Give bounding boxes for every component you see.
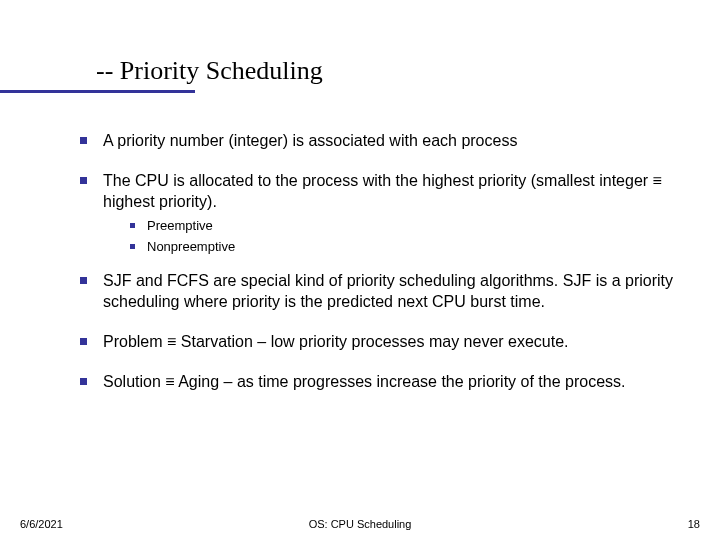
bullet-icon <box>130 223 135 228</box>
footer-title: OS: CPU Scheduling <box>0 518 720 530</box>
sub-bullet-group: Preemptive Nonpreemptive <box>130 217 680 256</box>
bullet-item: A priority number (integer) is associate… <box>80 130 680 152</box>
bullet-text: Solution ≡ Aging – as time progresses in… <box>103 371 626 393</box>
sub-bullet-text: Nonpreemptive <box>147 238 235 256</box>
bullet-text: Problem ≡ Starvation – low priority proc… <box>103 331 569 353</box>
bullet-icon <box>80 137 87 144</box>
bullet-icon <box>80 338 87 345</box>
bullet-icon <box>80 378 87 385</box>
sub-bullet-item: Nonpreemptive <box>130 238 680 256</box>
bullet-icon <box>130 244 135 249</box>
slide: -- Priority Scheduling A priority number… <box>0 0 720 540</box>
bullet-icon <box>80 177 87 184</box>
slide-title: -- Priority Scheduling <box>96 56 323 86</box>
bullet-item: SJF and FCFS are special kind of priorit… <box>80 270 680 313</box>
bullet-text: SJF and FCFS are special kind of priorit… <box>103 270 680 313</box>
bullet-item: Problem ≡ Starvation – low priority proc… <box>80 331 680 353</box>
bullet-item: Solution ≡ Aging – as time progresses in… <box>80 371 680 393</box>
bullet-item: The CPU is allocated to the process with… <box>80 170 680 213</box>
sub-bullet-text: Preemptive <box>147 217 213 235</box>
slide-body: A priority number (integer) is associate… <box>80 130 680 410</box>
bullet-text: A priority number (integer) is associate… <box>103 130 517 152</box>
footer-page-number: 18 <box>688 518 700 530</box>
title-underline <box>0 90 195 93</box>
bullet-icon <box>80 277 87 284</box>
bullet-text: The CPU is allocated to the process with… <box>103 170 680 213</box>
sub-bullet-item: Preemptive <box>130 217 680 235</box>
